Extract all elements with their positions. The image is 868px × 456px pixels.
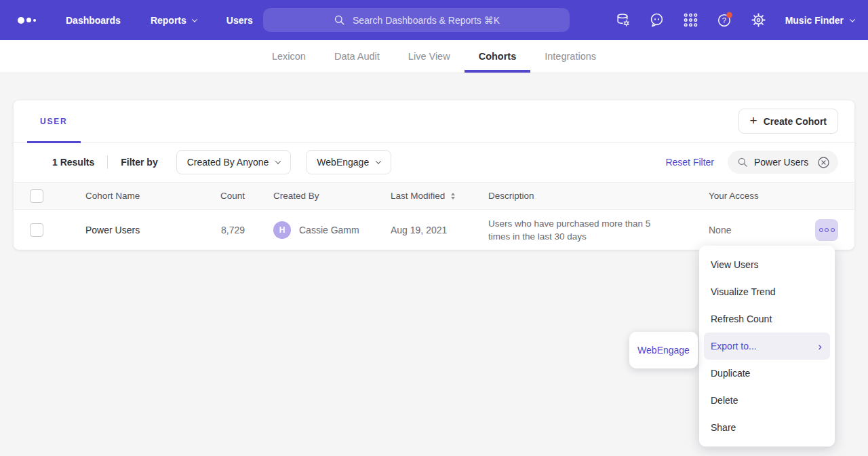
messages-icon[interactable]	[648, 12, 665, 28]
divider	[107, 155, 108, 169]
section-tabs: Lexicon Data Audit Live View Cohorts Int…	[0, 40, 868, 73]
menu-item-view-users[interactable]: View Users	[699, 251, 835, 278]
webengage-dropdown-value: WebEngage	[317, 157, 369, 168]
tab-user-cohorts[interactable]: USER	[27, 100, 81, 142]
row-actions-menu-button[interactable]	[815, 219, 838, 241]
col-last-modified-label: Last Modified	[391, 191, 445, 201]
chevron-down-icon	[850, 16, 855, 22]
top-nav: Dashboards Reports Users Search Dashboar…	[0, 0, 868, 40]
nav-reports[interactable]: Reports	[151, 15, 197, 26]
nav-links: Dashboards Reports Users	[66, 15, 253, 26]
chevron-down-icon	[192, 16, 197, 22]
search-icon	[333, 14, 346, 26]
global-search-input[interactable]: Search Dashboards & Reports ⌘K	[263, 8, 570, 32]
tab-data-audit[interactable]: Data Audit	[320, 40, 394, 73]
mixpanel-logo-icon[interactable]	[18, 17, 36, 24]
menu-item-refresh-count[interactable]: Refresh Count	[699, 305, 835, 332]
col-count: Count	[207, 191, 273, 201]
col-created-by: Created By	[273, 191, 391, 201]
created-by-dropdown[interactable]: Created By Anyone	[176, 150, 292, 174]
cohorts-card: USER + Create Cohort 1 Results Filter by…	[14, 100, 854, 250]
settings-gear-icon[interactable]	[750, 12, 767, 28]
data-management-icon[interactable]	[614, 12, 631, 28]
col-your-access: Your Access	[703, 191, 812, 201]
export-to-label: Export to...	[711, 341, 757, 352]
export-submenu: WebEngage	[629, 332, 698, 368]
tab-integrations[interactable]: Integrations	[530, 40, 610, 73]
tab-live-view[interactable]: Live View	[394, 40, 465, 73]
menu-item-delete[interactable]: Delete	[699, 387, 835, 414]
chevron-down-icon	[376, 158, 381, 164]
row-actions-menu: View Users Visualize Trend Refresh Count…	[699, 246, 835, 446]
creator-name: Cassie Gamm	[299, 225, 359, 235]
search-icon	[736, 156, 749, 168]
svg-text:?: ?	[722, 16, 726, 24]
tab-cohorts[interactable]: Cohorts	[465, 40, 531, 73]
create-cohort-label: Create Cohort	[764, 116, 827, 127]
chevron-right-icon: ›	[818, 341, 822, 352]
apps-grid-icon[interactable]	[682, 12, 699, 28]
col-cohort-name: Cohort Name	[85, 191, 207, 201]
col-last-modified[interactable]: Last Modified	[391, 191, 488, 201]
menu-item-export-to[interactable]: Export to... ›	[704, 332, 830, 360]
help-icon[interactable]: ?	[716, 12, 733, 28]
table-row: Power Users 8,729 H Cassie Gamm Aug 19, …	[14, 210, 854, 250]
menu-item-share[interactable]: Share	[699, 414, 835, 441]
cohort-count: 8,729	[207, 225, 273, 235]
chevron-down-icon	[275, 158, 281, 164]
nav-dashboards[interactable]: Dashboards	[66, 15, 121, 26]
results-count: 1 Results	[52, 157, 94, 168]
dot-icon	[825, 228, 829, 232]
avatar: H	[273, 221, 291, 239]
created-by-cell: H Cassie Gamm	[273, 221, 391, 239]
reset-filter-link[interactable]: Reset Filter	[665, 157, 714, 168]
menu-item-visualize-trend[interactable]: Visualize Trend	[699, 278, 835, 305]
col-description: Description	[488, 191, 703, 201]
nav-users[interactable]: Users	[226, 15, 253, 26]
created-by-dropdown-value: Created By Anyone	[187, 157, 269, 168]
nav-reports-label: Reports	[151, 15, 186, 26]
project-selector[interactable]: Music Finder	[785, 15, 854, 26]
nav-users-label: Users	[226, 15, 253, 26]
sort-icon	[451, 193, 455, 200]
plus-icon: +	[750, 114, 757, 127]
cohort-search-input[interactable]	[754, 157, 811, 168]
nav-right-group: ? Music Finder	[614, 12, 854, 28]
table-header: Cohort Name Count Created By Last Modifi…	[14, 182, 854, 210]
filter-bar: 1 Results Filter by Created By Anyone We…	[14, 142, 854, 182]
global-search-placeholder: Search Dashboards & Reports ⌘K	[353, 15, 500, 26]
dot-icon	[831, 228, 835, 232]
project-name: Music Finder	[785, 15, 844, 26]
cohort-name-link[interactable]: Power Users	[85, 225, 207, 235]
row-checkbox[interactable]	[30, 223, 43, 237]
your-access-cell: None	[703, 225, 812, 235]
notification-badge	[726, 12, 732, 18]
webengage-filter-dropdown[interactable]: WebEngage	[306, 150, 391, 174]
last-modified-cell: Aug 19, 2021	[391, 225, 488, 235]
nav-dashboards-label: Dashboards	[66, 15, 121, 26]
clear-search-icon[interactable]	[816, 155, 831, 170]
card-header: USER + Create Cohort	[14, 100, 854, 142]
filter-by-label: Filter by	[121, 157, 157, 168]
dot-icon	[819, 228, 823, 232]
description-cell: Users who have purchased more than 5 tim…	[488, 217, 659, 243]
tab-lexicon[interactable]: Lexicon	[258, 40, 320, 73]
create-cohort-button[interactable]: + Create Cohort	[738, 109, 838, 134]
menu-item-duplicate[interactable]: Duplicate	[699, 360, 835, 387]
select-all-checkbox[interactable]	[30, 189, 43, 203]
submenu-item-webengage[interactable]: WebEngage	[637, 345, 690, 356]
cohort-search	[728, 151, 838, 174]
